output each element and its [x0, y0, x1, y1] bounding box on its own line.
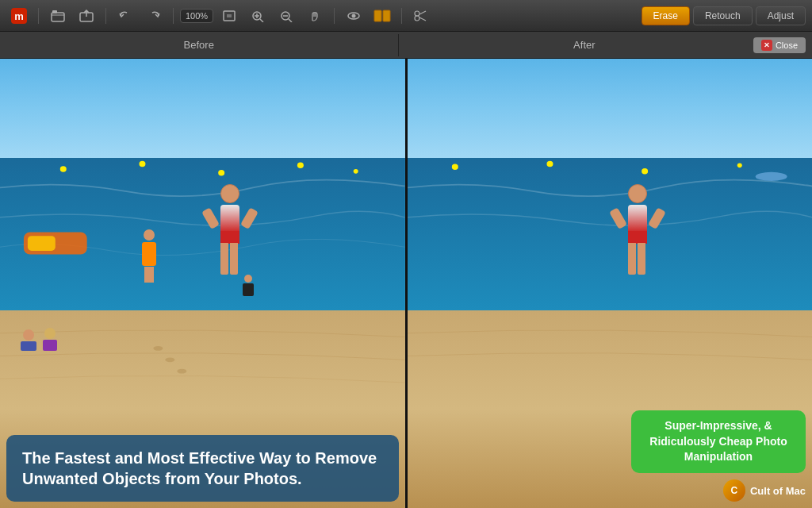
svg-rect-11: [383, 10, 390, 21]
toolbar: m 100%: [0, 0, 812, 32]
left-overlay-text: The Fastest and Most Effective Way to Re…: [22, 448, 383, 489]
scissors-icon[interactable]: [408, 5, 434, 27]
close-button[interactable]: ✕ Close: [753, 37, 806, 53]
svg-point-19: [354, 169, 358, 174]
svg-point-9: [352, 13, 356, 17]
redo-icon[interactable]: [141, 5, 167, 27]
sky-after: [408, 59, 813, 158]
before-after-bar: Before After ✕ Close: [0, 32, 812, 59]
left-text-overlay: The Fastest and Most Effective Way to Re…: [6, 435, 399, 502]
sep-3: [173, 8, 174, 24]
svg-point-24: [165, 357, 174, 362]
svg-rect-3: [52, 10, 57, 13]
svg-rect-2: [52, 13, 64, 21]
svg-point-28: [546, 160, 553, 166]
svg-point-23: [153, 346, 163, 351]
sea-after: [408, 158, 813, 329]
compare-icon[interactable]: [370, 5, 395, 27]
svg-point-15: [60, 166, 67, 171]
svg-point-29: [642, 168, 648, 174]
app-icon[interactable]: m: [6, 5, 32, 27]
close-label: Close: [776, 40, 798, 50]
svg-point-31: [755, 171, 787, 180]
adjust-button[interactable]: Adjust: [756, 6, 806, 25]
undo-icon[interactable]: [113, 5, 138, 27]
before-photo: The Fastest and Most Effective Way to Re…: [0, 59, 405, 508]
erase-button[interactable]: Erase: [642, 6, 690, 25]
fit-icon[interactable]: [216, 5, 242, 27]
cult-avatar-icon: C: [723, 479, 745, 502]
sep-5: [401, 8, 402, 24]
green-bubble: Super-Impressive, & Ridiculously Cheap P…: [631, 410, 806, 473]
zoom-level[interactable]: 100%: [180, 9, 213, 23]
right-overlay: Super-Impressive, & Ridiculously Cheap P…: [414, 410, 806, 502]
after-section: After ✕ Close: [398, 34, 813, 56]
before-label: Before: [0, 39, 398, 51]
svg-point-18: [297, 162, 304, 167]
svg-rect-10: [374, 10, 381, 21]
svg-point-25: [177, 369, 186, 374]
images-area: The Fastest and Most Effective Way to Re…: [0, 59, 812, 508]
hand-icon[interactable]: [302, 5, 327, 27]
after-photo: Super-Impressive, & Ridiculously Cheap P…: [408, 59, 813, 508]
sea-before: [0, 158, 405, 329]
svg-point-17: [218, 169, 224, 175]
cult-of-mac-attribution: C Cult of Mac: [723, 479, 806, 502]
after-label: After: [573, 39, 595, 51]
close-x-icon: ✕: [761, 40, 772, 51]
zoom-in-icon[interactable]: [245, 5, 270, 27]
zoom-out-icon[interactable]: [274, 5, 299, 27]
svg-point-30: [737, 163, 741, 167]
before-panel: The Fastest and Most Effective Way to Re…: [0, 59, 405, 508]
export-icon[interactable]: [74, 5, 99, 27]
open-icon[interactable]: [45, 5, 71, 27]
sky-before: [0, 59, 405, 158]
eye-icon[interactable]: [341, 5, 366, 27]
sep-2: [105, 8, 106, 24]
cult-of-mac-label: Cult of Mac: [750, 485, 806, 497]
sep-4: [334, 8, 335, 24]
svg-text:m: m: [14, 10, 24, 22]
svg-rect-21: [28, 236, 56, 251]
svg-point-27: [451, 164, 458, 169]
after-panel: Super-Impressive, & Ridiculously Cheap P…: [408, 59, 813, 508]
sep-1: [38, 8, 39, 24]
svg-point-16: [139, 160, 145, 166]
tool-buttons: Erase Retouch Adjust: [642, 6, 806, 25]
retouch-button[interactable]: Retouch: [693, 6, 753, 25]
svg-rect-26: [408, 158, 813, 329]
svg-point-13: [415, 16, 419, 21]
svg-point-12: [415, 11, 419, 16]
